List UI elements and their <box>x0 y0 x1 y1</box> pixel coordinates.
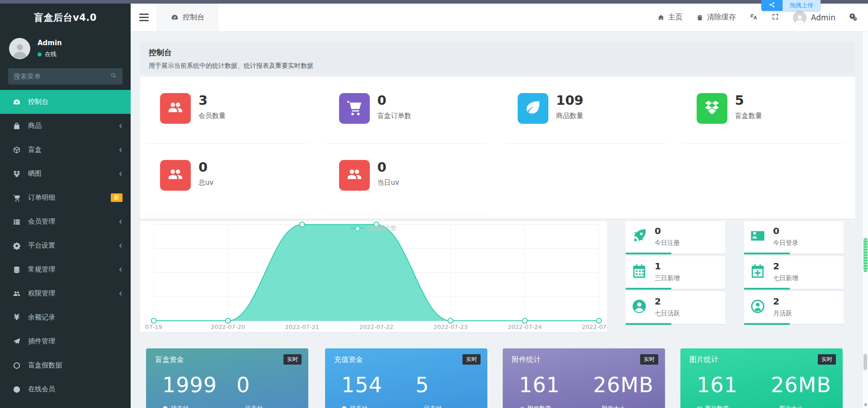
quick-stat-value: 2 <box>655 296 720 307</box>
navbar-user-menu[interactable]: Admin <box>793 11 835 24</box>
sidebar-item-label: 常规管理 <box>28 265 55 274</box>
clock-icon <box>13 385 21 394</box>
sidebar-item[interactable]: 晒图‹ <box>0 162 131 186</box>
chevron-left-icon: ‹ <box>119 289 123 298</box>
sidebar-item[interactable]: 商品‹ <box>0 114 131 138</box>
chevron-left-icon: ‹ <box>119 121 123 131</box>
navbar-item-clear-cache[interactable]: 清除缓存 <box>696 13 736 22</box>
expand-icon <box>771 13 779 23</box>
quick-stat-value: 2 <box>773 261 838 272</box>
realtime-card-value: 161 <box>697 375 738 395</box>
sidebar-item-label: 盲盒 <box>28 145 42 154</box>
sidebar-item[interactable]: 盲盒假数据 <box>0 353 131 377</box>
search-input[interactable] <box>8 72 104 80</box>
realtime-badge: 实时 <box>640 354 658 365</box>
chevron-left-icon: ‹ <box>119 265 123 274</box>
users-icon <box>346 166 363 185</box>
sidebar-item[interactable]: 插件管理 <box>0 329 131 353</box>
bag-icon <box>13 122 21 130</box>
trash-icon <box>696 14 703 21</box>
search-button[interactable] <box>104 72 123 81</box>
data-point-marker <box>226 319 231 324</box>
stat-card: 109商品数量 <box>498 77 677 144</box>
stat-card-meta: 109商品数量 <box>556 93 584 144</box>
online-dot-icon <box>38 52 42 56</box>
realtime-card-value: 154 <box>341 375 382 395</box>
stat-card-value: 0 <box>377 161 399 174</box>
realtime-card-stat-text: 附件大小 <box>602 404 625 408</box>
sidebar-item[interactable]: 控制台 <box>0 90 131 114</box>
app-title: 盲盒后台v4.0 <box>0 4 131 32</box>
sidebar-item-label: 平台设置 <box>28 241 55 250</box>
data-point-marker <box>151 319 156 324</box>
scrollbar-thumb-green[interactable] <box>863 238 868 272</box>
realtime-card-stat-label: 已支付 <box>236 404 263 408</box>
quick-stat-label: 七日活跃 <box>655 310 720 318</box>
sidebar-item[interactable]: 订单明细新 <box>0 186 131 210</box>
sidebar-item[interactable]: 平台设置‹ <box>0 234 131 258</box>
stat-cards-panel: 3会员数量0盲盒订单数109商品数量5盲盒数量0总uv0当日uv <box>140 77 855 219</box>
sidebar-item[interactable]: 会员管理‹ <box>0 210 131 234</box>
sidebar-item[interactable]: 常规管理‹ <box>0 258 131 281</box>
realtime-card-value: 26MB <box>593 375 654 395</box>
user-avatar-icon <box>9 38 30 59</box>
stat-card-meta: 0盲盒订单数 <box>377 93 411 144</box>
expand-button[interactable] <box>771 13 779 23</box>
stat-card-label: 盲盒数量 <box>735 112 762 120</box>
user-circle-icon <box>631 298 647 314</box>
stat-card: 0当日uv <box>319 144 498 215</box>
sidebar-item[interactable]: 在线会员 <box>0 377 131 401</box>
chart-legend[interactable]: 注册用户数 <box>140 224 607 232</box>
x-axis-tick-label: 07-19 <box>145 324 162 330</box>
settings-button[interactable] <box>849 13 857 23</box>
sidebar-item[interactable]: 权限管理‹ <box>0 281 131 305</box>
sidebar-menu: 控制台商品‹盲盒‹晒图‹订单明细新会员管理‹平台设置‹常规管理‹权限管理‹¥余额… <box>0 90 131 401</box>
navbar-item-label: 主页 <box>668 13 683 22</box>
realtime-card-value: 161 <box>519 375 560 395</box>
stat-card-tile <box>697 93 727 124</box>
gauge-icon <box>171 14 179 21</box>
realtime-card-title: 充值资金 <box>334 355 478 365</box>
realtime-card-stat-label: 附件数量 <box>519 404 551 408</box>
quick-stat-item: 2七日新增 <box>744 256 844 289</box>
realtime-card: 盲盒资金实时1999待支付0已支付 <box>146 348 308 408</box>
realtime-card-stat-label: 附件大小 <box>593 404 625 408</box>
circle-icon <box>13 361 21 370</box>
realtime-badge: 实时 <box>283 354 302 365</box>
translate-button[interactable] <box>750 13 758 23</box>
database-icon <box>341 406 347 408</box>
quick-stat-value: 0 <box>655 225 720 236</box>
scrollbar-thumb[interactable] <box>863 354 867 370</box>
stat-card-tile <box>160 93 191 124</box>
gauge-icon <box>171 14 179 21</box>
sidebar-item[interactable]: 盲盒‹ <box>0 138 131 162</box>
realtime-badge: 实时 <box>818 354 836 365</box>
chevron-left-icon: ‹ <box>119 217 123 226</box>
x-axis-tick-label: 2022-07-25 <box>582 324 607 330</box>
scrollbar-track[interactable]: ▼ <box>862 32 868 408</box>
realtime-card-stat-label: 图片数量 <box>697 404 729 408</box>
scrollbar-down-arrow-icon[interactable]: ▼ <box>864 403 867 407</box>
stat-card: 0总uv <box>140 144 319 215</box>
registered-users-area-chart: 07-192022-07-202022-07-212022-07-222022-… <box>140 221 607 332</box>
realtime-card: 附件统计实时161附件数量26MB附件大小 <box>503 348 665 408</box>
x-axis-tick-label: 2022-07-22 <box>359 324 394 330</box>
sidebar-item-label: 权限管理 <box>28 289 55 298</box>
page-header: 控制台 用于展示当前系统中的统计数据、统计报表及重要实时数据 <box>140 42 855 75</box>
sidebar-item-label: 盲盒假数据 <box>28 361 62 370</box>
realtime-card-title: 盲盒资金 <box>155 355 299 365</box>
tab-console[interactable]: 控制台 <box>157 4 218 31</box>
leaf-icon <box>524 99 542 118</box>
realtime-card-stat-label: 待支付 <box>162 404 189 408</box>
sidebar-toggle-button[interactable] <box>131 4 157 31</box>
navbar-item-home[interactable]: 主页 <box>657 13 683 22</box>
stat-card-meta: 3会员数量 <box>198 93 226 144</box>
drag-upload-overlay[interactable]: 拖拽上传 <box>761 0 821 11</box>
user-avatar-icon <box>793 11 807 24</box>
stat-card-label: 会员数量 <box>198 112 226 120</box>
chevron-left-icon: ‹ <box>119 241 123 250</box>
stat-card-value: 5 <box>735 94 762 107</box>
user-circle-o-icon <box>750 298 766 314</box>
sidebar-item[interactable]: ¥余额记录 <box>0 305 131 329</box>
stat-card-label: 盲盒订单数 <box>377 112 411 120</box>
